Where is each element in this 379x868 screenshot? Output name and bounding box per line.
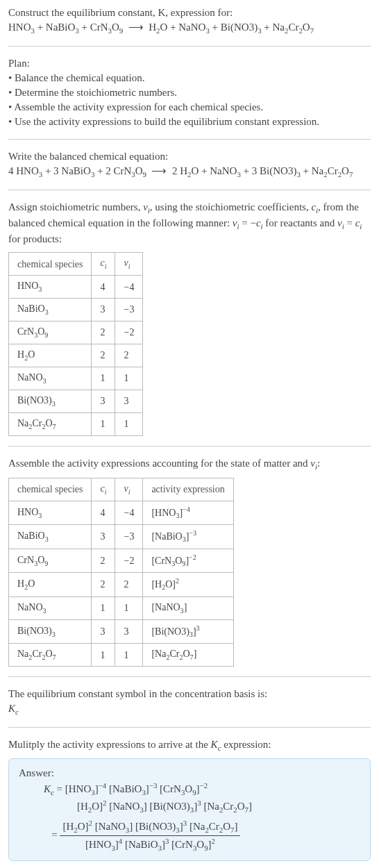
divider xyxy=(8,676,371,677)
plan-item: • Balance the chemical equation. xyxy=(8,71,371,85)
table-row: NaBiO33−3 xyxy=(9,299,143,322)
cell-species: H2O xyxy=(9,344,92,367)
balanced-equation: 4 HNO3 + 3 NaBiO3 + 2 CrN3O9 ⟶ 2 H2O + N… xyxy=(8,164,371,180)
cell-v: 1 xyxy=(115,367,143,390)
cell-c: 3 xyxy=(92,299,115,322)
cell-activity: [CrN3O9]−2 xyxy=(143,549,233,573)
cell-v: −4 xyxy=(115,276,143,299)
cell-v: −4 xyxy=(115,501,143,525)
title-text: Construct the equilibrium constant, K, e… xyxy=(8,7,233,18)
table-row: CrN3O92−2[CrN3O9]−2 xyxy=(9,549,234,573)
stoich-table: chemical species ci νi HNO34−4 NaBiO33−3… xyxy=(8,252,143,435)
divider xyxy=(8,446,371,446)
cell-activity: [NaNO3] xyxy=(143,596,233,619)
table-row: H2O22[H2O]2 xyxy=(9,573,234,597)
cell-c: 3 xyxy=(92,619,115,644)
cell-species: NaNO3 xyxy=(9,367,92,390)
plan-item: • Determine the stoichiometric numbers. xyxy=(8,85,371,100)
cell-species: NaNO3 xyxy=(9,596,92,619)
cell-c: 3 xyxy=(92,390,115,412)
kc-numerator: [H2O]2 [NaNO3] [Bi(NO3)3]3 [Na2Cr2O7] xyxy=(60,818,240,836)
cell-c: 2 xyxy=(92,573,115,597)
col-activity: activity expression xyxy=(143,478,233,501)
title-line: Construct the equilibrium constant, K, e… xyxy=(8,6,371,20)
col-ci: ci xyxy=(92,478,115,501)
kc-denominator: [HNO3]4 [NaBiO3]3 [CrN3O9]2 xyxy=(60,836,240,853)
kc-expression: Kc = [HNO3]−4 [NaBiO3]−3 [CrN3O9]−2 [H2O… xyxy=(44,781,360,853)
cell-c: 3 xyxy=(92,525,115,549)
assemble-text: Assemble the activity expressions accoun… xyxy=(8,456,371,472)
cell-v: 2 xyxy=(115,344,143,367)
cell-c: 1 xyxy=(92,596,115,619)
cell-activity: [Bi(NO3)3]3 xyxy=(143,619,233,644)
table-row: HNO34−4 xyxy=(9,276,143,299)
table-header-row: chemical species ci νi activity expressi… xyxy=(9,478,234,501)
table-row: Na2Cr2O711[Na2Cr2O7] xyxy=(9,644,234,667)
cell-v: −3 xyxy=(115,525,143,549)
kc-line2: [H2O]2 [NaNO3] [Bi(NO3)3]3 [Na2Cr2O7] xyxy=(77,798,360,815)
cell-species: Na2Cr2O7 xyxy=(9,644,92,667)
divider xyxy=(8,190,371,190)
cell-c: 1 xyxy=(92,644,115,667)
cell-v: 1 xyxy=(115,644,143,667)
table-row: NaBiO33−3[NaBiO3]−3 xyxy=(9,525,234,549)
cell-activity: [H2O]2 xyxy=(143,573,233,597)
cell-species: Bi(NO3)3 xyxy=(9,390,92,412)
col-species: chemical species xyxy=(9,478,92,501)
cell-v: 3 xyxy=(115,619,143,644)
table-row: Na2Cr2O711 xyxy=(9,412,143,435)
activity-table: chemical species ci νi activity expressi… xyxy=(8,478,234,667)
cell-species: H2O xyxy=(9,573,92,597)
cell-v: −3 xyxy=(115,299,143,322)
cell-v: 1 xyxy=(115,412,143,435)
col-vi: νi xyxy=(115,478,143,501)
cell-c: 2 xyxy=(92,344,115,367)
table-row: NaNO311 xyxy=(9,367,143,390)
cell-species: Bi(NO3)3 xyxy=(9,619,92,644)
col-ci: ci xyxy=(92,253,115,276)
cell-v: −2 xyxy=(115,549,143,573)
cell-v: 1 xyxy=(115,596,143,619)
col-vi: νi xyxy=(115,253,143,276)
cell-species: Na2Cr2O7 xyxy=(9,412,92,435)
multiply-text: Mulitply the activity expressions to arr… xyxy=(8,737,371,753)
divider xyxy=(8,46,371,47)
kc-fraction-line: = [H2O]2 [NaNO3] [Bi(NO3)3]3 [Na2Cr2O7] … xyxy=(44,818,360,853)
cell-species: CrN3O9 xyxy=(9,322,92,344)
kc-basis-text: The equilibrium constant symbol in the c… xyxy=(8,687,371,701)
col-species: chemical species xyxy=(9,253,92,276)
plan-item: • Use the activity expressions to build … xyxy=(8,115,371,129)
kc-fraction: [H2O]2 [NaNO3] [Bi(NO3)3]3 [Na2Cr2O7] [H… xyxy=(60,818,240,853)
cell-v: 2 xyxy=(115,573,143,597)
cell-v: 3 xyxy=(115,390,143,412)
plan-item: • Assemble the activity expression for e… xyxy=(8,100,371,115)
table-row: H2O22 xyxy=(9,344,143,367)
answer-box: Answer: Kc = [HNO3]−4 [NaBiO3]−3 [CrN3O9… xyxy=(8,758,371,861)
cell-species: CrN3O9 xyxy=(9,549,92,573)
cell-c: 4 xyxy=(92,501,115,525)
cell-c: 2 xyxy=(92,322,115,344)
table-row: Bi(NO3)333[Bi(NO3)3]3 xyxy=(9,619,234,644)
assign-text: Assign stoichiometric numbers, νi, using… xyxy=(8,200,371,247)
answer-label: Answer: xyxy=(19,766,360,781)
kc-symbol: Kc xyxy=(8,701,371,717)
cell-species: HNO3 xyxy=(9,276,92,299)
table-row: NaNO311[NaNO3] xyxy=(9,596,234,619)
cell-c: 4 xyxy=(92,276,115,299)
cell-c: 1 xyxy=(92,412,115,435)
divider xyxy=(8,139,371,140)
unbalanced-equation: HNO3 + NaBiO3 + CrN3O9 ⟶ H2O + NaNO3 + B… xyxy=(8,20,371,36)
plan-heading: Plan: xyxy=(8,56,371,71)
cell-c: 2 xyxy=(92,549,115,573)
balanced-heading: Write the balanced chemical equation: xyxy=(8,149,371,164)
cell-activity: [Na2Cr2O7] xyxy=(143,644,233,667)
cell-activity: [HNO3]−4 xyxy=(143,501,233,525)
cell-c: 1 xyxy=(92,367,115,390)
cell-activity: [NaBiO3]−3 xyxy=(143,525,233,549)
cell-species: NaBiO3 xyxy=(9,525,92,549)
table-header-row: chemical species ci νi xyxy=(9,253,143,276)
table-row: Bi(NO3)333 xyxy=(9,390,143,412)
table-row: CrN3O92−2 xyxy=(9,322,143,344)
kc-line1: Kc = [HNO3]−4 [NaBiO3]−3 [CrN3O9]−2 xyxy=(44,781,360,798)
table-row: HNO34−4[HNO3]−4 xyxy=(9,501,234,525)
